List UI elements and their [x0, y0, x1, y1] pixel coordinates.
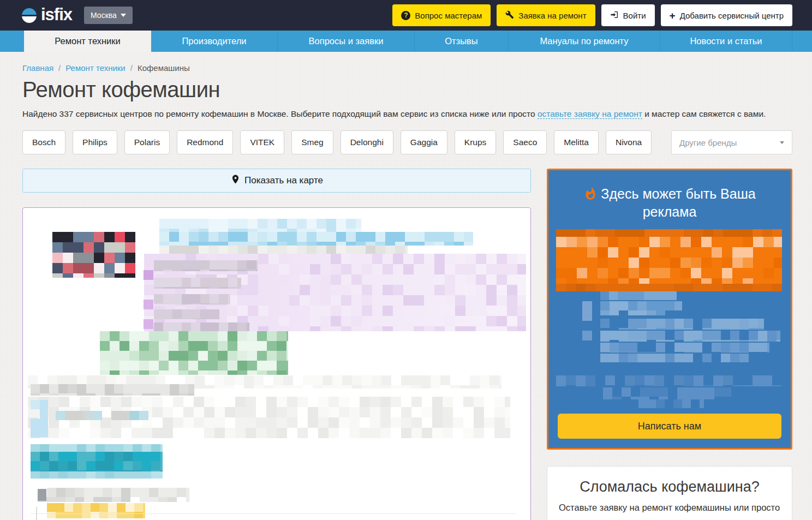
repair-request-button[interactable]: Заявка на ремонт: [497, 4, 595, 26]
brand-krups[interactable]: Krups: [455, 130, 497, 154]
intro-after: и мастер сам свяжется с вами.: [642, 109, 766, 118]
intro-text: Найдено 337 сервисных центров по ремонту…: [22, 109, 792, 119]
login-label: Войти: [623, 11, 646, 20]
brand-nivona[interactable]: Nivona: [606, 130, 652, 154]
login-icon: [610, 10, 619, 21]
brand-gaggia[interactable]: Gaggia: [401, 130, 447, 154]
city-label: Москва: [91, 11, 117, 20]
brand-saeco[interactable]: Saeco: [503, 130, 547, 154]
page-title: Ремонт кофемашин: [22, 77, 792, 102]
header-actions: ? Вопрос мастерам Заявка на ремонт Войти…: [392, 4, 792, 26]
sidebar: Здесь может быть Ваша реклама Написать н…: [547, 169, 792, 520]
brand-bosch[interactable]: Bosch: [22, 130, 65, 154]
broken-coffee-machine-card: Сломалась кофемашина? Оставьте заявку на…: [547, 466, 792, 520]
brand-melitta[interactable]: Melitta: [554, 130, 599, 154]
tab-reviews[interactable]: Отзывы: [415, 31, 509, 52]
breadcrumb-current: Кофемашины: [138, 63, 190, 73]
chevron-down-icon: [780, 141, 784, 144]
logo[interactable]: isfix: [22, 8, 72, 23]
add-service-center-button[interactable]: + Добавить сервисный центр: [661, 4, 792, 26]
add-service-center-label: Добавить сервисный центр: [680, 11, 784, 20]
login-button[interactable]: Войти: [601, 4, 655, 26]
request-card-text: Оставьте заявку на ремонт кофемашины или…: [559, 501, 780, 520]
ad-banner: Здесь может быть Ваша реклама Написать н…: [547, 169, 792, 450]
tab-repair-manuals[interactable]: Мануалы по ремонту: [509, 31, 660, 52]
ad-title-text: Здесь может быть Ваша реклама: [601, 186, 755, 219]
breadcrumb-repair-tech[interactable]: Ремонт техники: [65, 63, 125, 73]
ad-title: Здесь может быть Ваша реклама: [565, 185, 774, 220]
brand-vitek[interactable]: VITEK: [240, 130, 284, 154]
breadcrumb-separator: /: [58, 63, 61, 73]
brand-filter-row: Bosch Philips Polaris Redmond VITEK Smeg…: [22, 130, 792, 154]
brand-philips[interactable]: Philips: [73, 130, 117, 154]
top-navbar: isfix Москва ? Вопрос мастерам Заявка на…: [0, 0, 812, 31]
tab-manufacturers[interactable]: Производители: [151, 31, 278, 52]
logo-text: isfix: [41, 6, 72, 23]
breadcrumb-separator: /: [130, 63, 133, 73]
leave-repair-request-link[interactable]: оставьте заявку на ремонт: [538, 109, 642, 119]
brand-list: Bosch Philips Polaris Redmond VITEK Smeg…: [22, 130, 652, 154]
tab-questions-requests[interactable]: Вопросы и заявки: [278, 31, 415, 52]
brand-polaris[interactable]: Polaris: [124, 130, 170, 154]
service-listing-card-blurred: [22, 207, 531, 520]
main-nav-tabs: Ремонт техники Производители Вопросы и з…: [0, 31, 812, 52]
brand-redmond[interactable]: Redmond: [177, 130, 233, 154]
tab-news-articles[interactable]: Новости и статьи: [660, 31, 792, 52]
breadcrumb-home[interactable]: Главная: [22, 63, 53, 73]
brand-smeg[interactable]: Smeg: [291, 130, 333, 154]
intro-before: Найдено 337 сервисных центров по ремонту…: [22, 109, 538, 118]
ask-masters-button[interactable]: ? Вопрос мастерам: [392, 4, 491, 26]
city-selector[interactable]: Москва: [84, 7, 133, 24]
chevron-down-icon: [121, 14, 126, 17]
question-circle-icon: ?: [401, 11, 410, 20]
request-card-title: Сломалась кофемашина?: [559, 479, 780, 495]
brand-delonghi[interactable]: Delonghi: [341, 130, 393, 154]
map-pin-icon: [230, 174, 241, 187]
breadcrumb: Главная / Ремонт техники / Кофемашины: [22, 63, 792, 73]
show-on-map-button[interactable]: Показать на карте: [22, 169, 531, 193]
other-brands-placeholder: Другие бренды: [679, 138, 737, 147]
other-brands-select[interactable]: Другие бренды: [671, 130, 792, 154]
show-on-map-label: Показать на карте: [244, 175, 323, 186]
repair-request-label: Заявка на ремонт: [518, 11, 586, 20]
logo-icon: [22, 8, 37, 23]
flame-icon: [583, 187, 598, 201]
write-us-button[interactable]: Написать нам: [558, 414, 781, 439]
ask-masters-label: Вопрос мастерам: [415, 11, 482, 20]
tab-repair-tech[interactable]: Ремонт техники: [24, 31, 151, 52]
wrench-icon: [505, 10, 514, 21]
plus-icon: +: [670, 10, 676, 21]
blurred-listing-content: [23, 208, 530, 520]
